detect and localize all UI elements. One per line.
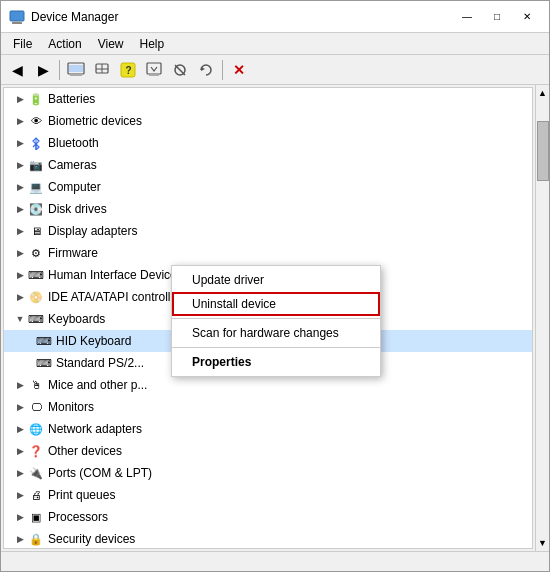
tree-item-network[interactable]: ▶ Network adapters	[4, 418, 532, 440]
icon-hid-keyboard	[36, 333, 52, 349]
tree-item-computer[interactable]: ▶ Computer	[4, 176, 532, 198]
maximize-button[interactable]: □	[483, 7, 511, 27]
toolbar-btn-3[interactable]	[64, 58, 88, 82]
icon-mice	[28, 377, 44, 393]
icon-biometric	[28, 113, 44, 129]
menu-view[interactable]: View	[90, 33, 132, 55]
title-bar: Device Manager — □ ✕	[1, 1, 549, 33]
menu-action[interactable]: Action	[40, 33, 89, 55]
status-bar	[1, 551, 549, 571]
expand-batteries[interactable]: ▶	[12, 91, 28, 107]
scroll-up[interactable]: ▲	[536, 85, 550, 101]
context-menu: Update driver Uninstall device Scan for …	[171, 265, 381, 377]
expand-proc[interactable]: ▶	[12, 509, 28, 525]
tree-item-print[interactable]: ▶ Print queues	[4, 484, 532, 506]
label-computer: Computer	[48, 180, 101, 194]
ctx-sep-1	[172, 318, 380, 319]
tree-item-display[interactable]: ▶ Display adapters	[4, 220, 532, 242]
ctx-sep-2	[172, 347, 380, 348]
label-display: Display adapters	[48, 224, 137, 238]
device-manager-window: Device Manager — □ ✕ File Action View He…	[0, 0, 550, 572]
icon-batteries	[28, 91, 44, 107]
ctx-properties[interactable]: Properties	[172, 350, 380, 374]
toolbar-x-button[interactable]: ✕	[227, 58, 251, 82]
toolbar-btn-6[interactable]	[168, 58, 192, 82]
menu-file[interactable]: File	[5, 33, 40, 55]
label-other: Other devices	[48, 444, 122, 458]
svg-rect-2	[14, 21, 20, 22]
toolbar-btn-help[interactable]: ?	[116, 58, 140, 82]
icon-monitors	[28, 399, 44, 415]
expand-ports[interactable]: ▶	[12, 465, 28, 481]
tree-item-bluetooth[interactable]: ▶ Bluetooth	[4, 132, 532, 154]
expand-other[interactable]: ▶	[12, 443, 28, 459]
tree-item-mice[interactable]: ▶ Mice and other p...	[4, 374, 532, 396]
expand-keyboards[interactable]: ▼	[12, 311, 28, 327]
scrollbar[interactable]: ▲ ▼	[535, 85, 549, 551]
expand-display[interactable]: ▶	[12, 223, 28, 239]
tree-item-security[interactable]: ▶ Security devices	[4, 528, 532, 549]
tree-item-disk[interactable]: ▶ Disk drives	[4, 198, 532, 220]
svg-rect-11	[147, 63, 161, 74]
icon-cameras	[28, 157, 44, 173]
label-hid-keyboard: HID Keyboard	[56, 334, 131, 348]
back-button[interactable]: ◀	[5, 58, 29, 82]
close-button[interactable]: ✕	[513, 7, 541, 27]
toolbar-sep-2	[222, 60, 223, 80]
toolbar: ◀ ▶ ?	[1, 55, 549, 85]
ctx-update-driver[interactable]: Update driver	[172, 268, 380, 292]
expand-mice[interactable]: ▶	[12, 377, 28, 393]
minimize-button[interactable]: —	[453, 7, 481, 27]
icon-hid	[28, 267, 44, 283]
toolbar-sep-1	[59, 60, 60, 80]
label-keyboards: Keyboards	[48, 312, 105, 326]
tree-item-ports[interactable]: ▶ Ports (COM & LPT)	[4, 462, 532, 484]
icon-network	[28, 421, 44, 437]
expand-cameras[interactable]: ▶	[12, 157, 28, 173]
expand-network[interactable]: ▶	[12, 421, 28, 437]
tree-item-biometric[interactable]: ▶ Biometric devices	[4, 110, 532, 132]
expand-print[interactable]: ▶	[12, 487, 28, 503]
forward-button[interactable]: ▶	[31, 58, 55, 82]
window-controls: — □ ✕	[453, 7, 541, 27]
expand-bluetooth[interactable]: ▶	[12, 135, 28, 151]
tree-item-proc[interactable]: ▶ Processors	[4, 506, 532, 528]
icon-print	[28, 487, 44, 503]
label-ports: Ports (COM & LPT)	[48, 466, 152, 480]
tree-item-firmware[interactable]: ▶ Firmware	[4, 242, 532, 264]
svg-text:?: ?	[126, 65, 132, 76]
tree-item-cameras[interactable]: ▶ Cameras	[4, 154, 532, 176]
label-security: Security devices	[48, 532, 135, 546]
label-bluetooth: Bluetooth	[48, 136, 99, 150]
expand-monitors[interactable]: ▶	[12, 399, 28, 415]
expand-computer[interactable]: ▶	[12, 179, 28, 195]
svg-rect-5	[69, 65, 83, 72]
toolbar-btn-refresh[interactable]	[194, 58, 218, 82]
tree-item-monitors[interactable]: ▶ Monitors	[4, 396, 532, 418]
menu-help[interactable]: Help	[132, 33, 173, 55]
expand-security[interactable]: ▶	[12, 531, 28, 547]
label-firmware: Firmware	[48, 246, 98, 260]
tree-item-other[interactable]: ▶ Other devices	[4, 440, 532, 462]
expand-hid[interactable]: ▶	[12, 267, 28, 283]
scroll-thumb[interactable]	[537, 121, 549, 181]
ctx-scan-hardware[interactable]: Scan for hardware changes	[172, 321, 380, 345]
label-proc: Processors	[48, 510, 108, 524]
expand-biometric[interactable]: ▶	[12, 113, 28, 129]
svg-rect-12	[149, 74, 159, 76]
expand-disk[interactable]: ▶	[12, 201, 28, 217]
icon-display	[28, 223, 44, 239]
svg-marker-15	[201, 67, 205, 71]
expand-firmware[interactable]: ▶	[12, 245, 28, 261]
icon-ports	[28, 465, 44, 481]
icon-firmware	[28, 245, 44, 261]
window-title: Device Manager	[31, 10, 453, 24]
toolbar-btn-4[interactable]	[90, 58, 114, 82]
scroll-down[interactable]: ▼	[536, 535, 550, 551]
ctx-uninstall-device[interactable]: Uninstall device	[172, 292, 380, 316]
label-ps2: Standard PS/2...	[56, 356, 144, 370]
tree-item-batteries[interactable]: ▶ Batteries	[4, 88, 532, 110]
menu-bar: File Action View Help	[1, 33, 549, 55]
toolbar-btn-5[interactable]	[142, 58, 166, 82]
expand-ide[interactable]: ▶	[12, 289, 28, 305]
